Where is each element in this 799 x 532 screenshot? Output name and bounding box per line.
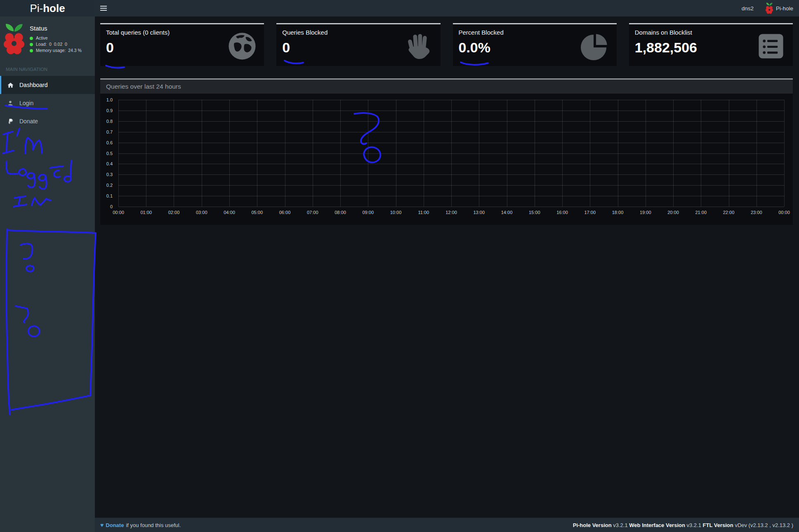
- x-tick-label: 15:00: [529, 210, 540, 215]
- gridline-vertical: [562, 100, 563, 207]
- chart-panel-title: Queries over last 24 hours: [100, 80, 793, 94]
- y-tick-label: 0.7: [106, 129, 113, 134]
- donate-link[interactable]: Donate: [106, 522, 124, 528]
- status-row-memory: Memory usage: 24.3 %: [30, 47, 82, 54]
- footer: ♥ Donate if you found this useful. Pi-ho…: [95, 518, 799, 532]
- paypal-icon: [7, 118, 15, 125]
- x-tick-label: 00:00: [778, 210, 790, 215]
- gridline-vertical: [757, 100, 757, 207]
- x-tick-label: 20:00: [667, 210, 679, 215]
- y-tick-label: 0.8: [106, 119, 113, 124]
- x-tick-label: 11:00: [418, 210, 429, 215]
- home-icon: [7, 82, 15, 89]
- sidebar-toggle-button[interactable]: [100, 5, 109, 12]
- gridline-vertical: [618, 100, 618, 207]
- status-panel: Status Active Load: 0 0.02 0 Memory usag…: [0, 16, 95, 61]
- gridline-vertical: [701, 100, 701, 207]
- chart-plot: [118, 100, 784, 207]
- y-tick-label: 0.1: [106, 193, 113, 198]
- x-tick-label: 02:00: [168, 210, 180, 215]
- sidebar-item-donate[interactable]: Donate: [0, 112, 95, 130]
- logo-bold: hole: [43, 2, 65, 15]
- gridline-vertical: [146, 100, 146, 207]
- sidebar-item-dashboard[interactable]: Dashboard: [0, 76, 95, 94]
- hostname-label: dns2: [742, 5, 754, 12]
- x-tick-label: 23:00: [751, 210, 762, 215]
- y-tick-label: 1.0: [106, 97, 113, 102]
- status-row-active: Active: [30, 35, 82, 41]
- footer-donate: ♥ Donate if you found this useful.: [100, 522, 181, 528]
- y-tick-label: 0.4: [106, 161, 113, 166]
- x-tick-label: 01:00: [140, 210, 152, 215]
- chart-area[interactable]: 1.00.90.80.70.60.50.40.30.20.10 00:0001:…: [100, 94, 793, 225]
- gridline-vertical: [285, 100, 285, 207]
- x-tick-label: 03:00: [196, 210, 207, 215]
- logo-prefix: Pi-: [30, 2, 43, 15]
- x-tick-label: 05:00: [251, 210, 263, 215]
- x-tick-label: 14:00: [501, 210, 513, 215]
- gridline-vertical: [590, 100, 590, 207]
- x-tick-label: 22:00: [723, 210, 735, 215]
- stat-card-queries-blocked: Queries Blocked 0: [276, 23, 440, 66]
- gridline-vertical: [729, 100, 729, 207]
- gridline-horizontal: [118, 207, 784, 207]
- y-tick-label: 0.6: [106, 140, 113, 145]
- sidebar-item-label: Dashboard: [19, 82, 48, 88]
- raspberry-icon: [765, 2, 773, 14]
- y-tick-label: 0.2: [106, 183, 113, 188]
- gridline-vertical: [535, 100, 535, 207]
- sidebar-section-header: MAIN NAVIGATION: [0, 61, 95, 76]
- hand-icon: [403, 31, 434, 61]
- summary-cards-row: Total queries (0 clients) 0 Queries Bloc…: [100, 23, 793, 66]
- navbar-right: dns2 Pi-hole: [742, 0, 793, 16]
- x-tick-label: 17:00: [584, 210, 596, 215]
- app-logo: Pi-hole: [0, 0, 95, 16]
- sidebar-item-label: Donate: [19, 118, 38, 125]
- gridline-vertical: [118, 100, 119, 207]
- gridline-vertical: [646, 100, 646, 207]
- globe-icon: [227, 31, 257, 61]
- y-tick-label: 0.5: [106, 151, 113, 156]
- stat-card-total-queries: Total queries (0 clients) 0: [100, 23, 264, 66]
- gridline-vertical: [673, 100, 674, 207]
- status-dot-icon: [30, 49, 33, 52]
- status-title: Status: [30, 25, 82, 32]
- list-icon: [756, 31, 786, 61]
- pihole-raspberry-logo: [3, 21, 25, 57]
- gridline-vertical: [368, 100, 368, 207]
- navbar-brand-label: Pi-hole: [776, 5, 793, 12]
- navbar-brand[interactable]: Pi-hole: [765, 2, 793, 14]
- status-dot-icon: [30, 43, 33, 46]
- chart-x-axis: 00:0001:0002:0003:0004:0005:0006:0007:00…: [118, 210, 784, 218]
- gridline-vertical: [257, 100, 257, 207]
- x-tick-label: 21:00: [695, 210, 707, 215]
- gridline-vertical: [396, 100, 396, 207]
- main-content: Total queries (0 clients) 0 Queries Bloc…: [95, 16, 799, 518]
- heart-icon: ♥: [100, 522, 104, 528]
- top-navbar: Pi-hole dns2 Pi-hole: [0, 0, 799, 16]
- x-tick-label: 12:00: [445, 210, 457, 215]
- donate-suffix: if you found this useful.: [126, 522, 181, 528]
- gridline-vertical: [313, 100, 313, 207]
- y-tick-label: 0.3: [106, 172, 113, 177]
- x-tick-label: 10:00: [390, 210, 402, 215]
- x-tick-label: 16:00: [556, 210, 568, 215]
- x-tick-label: 00:00: [113, 210, 124, 215]
- footer-versions: Pi-hole Version v3.2.1 Web Interface Ver…: [573, 522, 793, 528]
- user-icon: [7, 100, 15, 106]
- x-tick-label: 13:00: [473, 210, 485, 215]
- stat-card-percent-blocked: Percent Blocked 0.0%: [453, 23, 617, 66]
- gridline-vertical: [507, 100, 507, 207]
- x-tick-label: 06:00: [279, 210, 291, 215]
- x-tick-label: 07:00: [307, 210, 318, 215]
- x-tick-label: 04:00: [224, 210, 235, 215]
- x-tick-label: 18:00: [612, 210, 624, 215]
- pie-chart-icon: [580, 31, 610, 61]
- sidebar-item-login[interactable]: Login: [0, 94, 95, 112]
- gridline-vertical: [340, 100, 341, 207]
- x-tick-label: 09:00: [362, 210, 374, 215]
- gridline-vertical: [424, 100, 424, 207]
- gridline-vertical: [479, 100, 479, 207]
- gridline-vertical: [451, 100, 452, 207]
- y-tick-label: 0: [110, 204, 113, 209]
